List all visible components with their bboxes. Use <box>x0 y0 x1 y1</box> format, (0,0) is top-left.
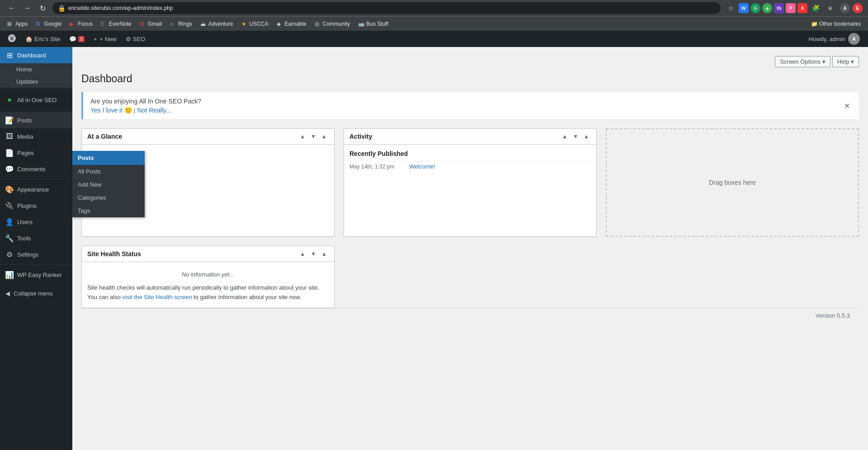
collapse-menu[interactable]: ◀ Collapse menu <box>0 286 72 300</box>
forward-button[interactable]: → <box>21 2 33 14</box>
extension-share[interactable]: ◈ <box>762 3 772 13</box>
extension-6[interactable]: A <box>797 3 807 13</box>
activity-row: May 14th, 1:32 pm Welcome! <box>349 161 591 172</box>
sidebar-menu: ⊞ Dashboard Home Updates ● All in One SE… <box>0 47 72 283</box>
site-health-down[interactable]: ▼ <box>309 250 318 258</box>
seo-yes-link[interactable]: Yes I love it <box>90 107 123 114</box>
bookmark-apps[interactable]: ⊞ Apps <box>4 19 31 29</box>
wp-footer: Version 5.5.3 <box>81 308 859 323</box>
seo-notice-text: Are you enjoying All In One SEO Pack? <box>90 98 201 105</box>
browser-chrome: ← → ↻ 🔒 ericwilde.siterubix.com/wp-admin… <box>0 0 868 16</box>
star-button[interactable]: ☆ <box>724 2 737 14</box>
sidebar-updates-item[interactable]: Updates <box>0 75 72 88</box>
site-health-up[interactable]: ▲ <box>298 250 307 258</box>
posts-dropdown-all-posts[interactable]: All Posts <box>72 165 145 178</box>
at-a-glance-down[interactable]: ▼ <box>309 132 318 141</box>
admin-bar-seo[interactable]: ⚙ SEO <box>121 31 150 47</box>
extension-5[interactable]: P <box>786 3 796 13</box>
bookmark-evernote[interactable]: E EverNote <box>97 19 135 29</box>
admin-bar-comments[interactable]: 💬 0 <box>65 31 89 47</box>
extension-w[interactable]: W <box>739 3 749 13</box>
seo-no-link[interactable]: Not Really... <box>137 107 171 114</box>
sidebar-item-posts[interactable]: 📝 Posts <box>0 112 72 128</box>
extension-g[interactable]: G <box>750 3 760 13</box>
collapse-icon: ◀ <box>5 290 10 297</box>
sidebar-item-users[interactable]: 👤 Users <box>0 214 72 230</box>
earnable-icon: ◈ <box>277 21 283 27</box>
sidebar-settings-label: Settings <box>17 251 38 258</box>
posts-dropdown-tags[interactable]: Tags <box>72 204 145 217</box>
bookmark-google[interactable]: G Google <box>32 19 65 29</box>
activity-time: May 14th, 1:32 pm <box>349 164 404 170</box>
posts-dropdown-add-new[interactable]: Add New <box>72 178 145 191</box>
help-button[interactable]: Help ▾ <box>832 56 859 67</box>
activity-collapse[interactable]: ▲ <box>582 132 591 141</box>
at-a-glance-title: At a Glance <box>87 133 122 140</box>
sidebar-item-wp-easy-ranker[interactable]: 📊 WP Easy Ranker <box>0 267 72 283</box>
at-a-glance-up[interactable]: ▲ <box>298 132 307 141</box>
bookmark-earnable[interactable]: ◈ Earnable <box>273 19 310 29</box>
comment-count-badge: 0 <box>78 36 85 42</box>
sidebar-item-appearance[interactable]: 🎨 Appearance <box>0 181 72 197</box>
bookmark-focus[interactable]: ▶ Focus <box>66 19 96 29</box>
wp-admin-layout: ⊞ Dashboard Home Updates ● All in One SE… <box>0 47 868 450</box>
sidebar-media-label: Media <box>17 133 33 140</box>
bookmarks-bar: ⊞ Apps G Google ▶ Focus E EverNote M Gma… <box>0 16 868 31</box>
sidebar-item-all-in-one-seo[interactable]: ● All in One SEO <box>0 92 72 108</box>
gmail-icon: M <box>140 21 146 27</box>
site-health-collapse[interactable]: ▲ <box>320 250 329 258</box>
bookmark-other[interactable]: 📁 Other bookmarks <box>807 19 864 29</box>
drag-boxes-area: Drag boxes here <box>606 128 859 237</box>
bookmark-rings[interactable]: ○ Rings <box>166 19 196 29</box>
browser-profile-avatar[interactable]: A <box>840 3 850 13</box>
seo-notice-content: Are you enjoying All In One SEO Pack? Ye… <box>90 98 201 114</box>
extension-list[interactable]: ≡ <box>824 2 836 14</box>
posts-dropdown-categories[interactable]: Categories <box>72 191 145 204</box>
bookmark-adventure[interactable]: ⛰ Adventure <box>197 19 237 29</box>
seo-notice: Are you enjoying All In One SEO Pack? Ye… <box>81 92 859 119</box>
activity-post-link[interactable]: Welcome! <box>409 163 435 170</box>
admin-bar-howdy[interactable]: Howdy, admin A <box>804 33 864 45</box>
bookmark-gmail[interactable]: M Gmail <box>136 19 165 29</box>
back-button[interactable]: ← <box>5 2 18 14</box>
activity-down[interactable]: ▼ <box>571 132 580 141</box>
activity-up[interactable]: ▲ <box>560 132 569 141</box>
admin-avatar: A <box>848 33 860 45</box>
sidebar-item-tools[interactable]: 🔧 Tools <box>0 230 72 246</box>
extension-4[interactable]: IN <box>774 3 784 13</box>
sidebar-item-dashboard[interactable]: ⊞ Dashboard <box>0 47 72 63</box>
sidebar-item-settings[interactable]: ⚙ Settings <box>0 246 72 262</box>
at-a-glance-collapse[interactable]: ▲ <box>320 132 329 141</box>
sidebar-item-comments[interactable]: 💬 Comments <box>0 161 72 177</box>
sidebar-home-item[interactable]: Home <box>0 63 72 75</box>
sidebar-wp-easy-ranker-label: WP Easy Ranker <box>17 272 62 278</box>
wp-logo-icon: 🅦 <box>8 34 16 44</box>
sidebar-item-plugins[interactable]: 🔌 Plugins <box>0 197 72 214</box>
top-actions: Screen Options ▾ Help ▾ <box>81 56 859 67</box>
extension-puzzle[interactable]: 🧩 <box>809 2 822 14</box>
browser-profile-avatar2[interactable]: E <box>853 3 863 13</box>
reload-button[interactable]: ↻ <box>36 2 49 14</box>
sidebar-dashboard-label: Dashboard <box>17 52 46 59</box>
sidebar-pages-label: Pages <box>17 150 34 156</box>
media-icon: 🖼 <box>5 132 14 141</box>
bookmark-uscca[interactable]: ★ USCCA <box>238 19 272 29</box>
posts-icon: 📝 <box>5 116 14 124</box>
wp-logo-item[interactable]: 🅦 <box>4 31 21 47</box>
site-health-screen-link[interactable]: visit the Site Health screen <box>123 294 192 300</box>
admin-bar-home-item[interactable]: 🏠 Eric's Site <box>21 31 65 47</box>
rings-icon: ○ <box>170 21 176 27</box>
screen-options-button[interactable]: Screen Options ▾ <box>775 56 830 67</box>
site-health-widget: Site Health Status ▲ ▼ ▲ No information … <box>81 246 335 308</box>
address-bar[interactable]: 🔒 ericwilde.siterubix.com/wp-admin/index… <box>52 2 721 14</box>
appearance-icon: 🎨 <box>5 185 14 193</box>
bookmark-community[interactable]: ◎ Community <box>311 19 354 29</box>
main-content: Screen Options ▾ Help ▾ Dashboard Are yo… <box>72 47 868 450</box>
seo-notice-close-button[interactable]: ✕ <box>842 100 852 112</box>
sidebar-item-pages[interactable]: 📄 Pages <box>0 145 72 161</box>
seo-icon: ⚙ <box>126 36 131 42</box>
admin-bar-new[interactable]: + + New <box>89 31 121 47</box>
sidebar-item-media[interactable]: 🖼 Media <box>0 128 72 145</box>
bookmark-bus-stuff[interactable]: 🚌 Bus Stuff <box>354 19 392 29</box>
site-health-title: Site Health Status <box>87 250 141 258</box>
